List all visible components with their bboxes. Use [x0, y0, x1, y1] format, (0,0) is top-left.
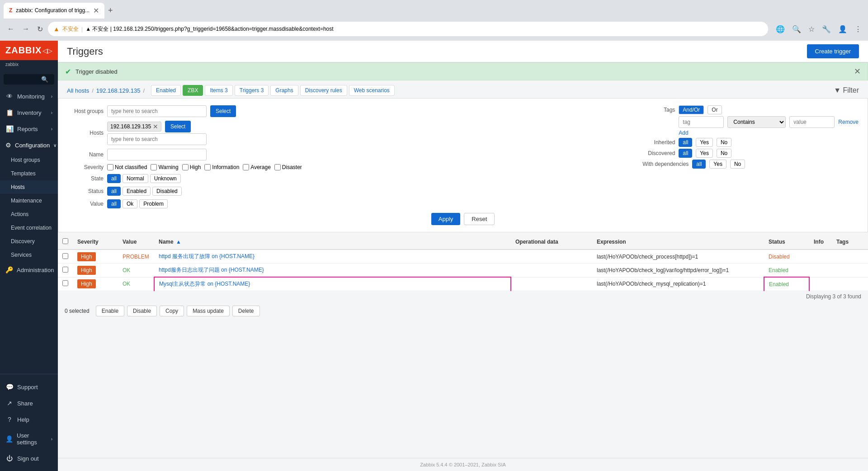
name-input[interactable] [107, 149, 207, 160]
tab-discovery-rules[interactable]: Discovery rules [300, 85, 347, 96]
with-dep-yes-btn[interactable]: Yes [709, 160, 726, 169]
row2-checkbox[interactable] [62, 267, 68, 273]
col-header-name[interactable]: Name ▲ [154, 235, 511, 250]
status-enabled-btn[interactable]: Enabled [123, 187, 151, 196]
sidebar-subitem-host-groups[interactable]: Host groups [0, 153, 58, 167]
status-disabled-btn[interactable]: Disabled [152, 187, 182, 196]
search-input-wrapper[interactable]: 🔍 [4, 74, 54, 85]
url-input[interactable] [85, 26, 763, 32]
tab-web-scenarios[interactable]: Web scenarios [349, 85, 395, 96]
menu-btn[interactable]: ⋮ [853, 23, 863, 35]
severity-not-classified[interactable]: Not classified [107, 164, 147, 170]
sidebar-subitem-event-correlation[interactable]: Event correlation [0, 221, 58, 235]
discovered-all-btn[interactable]: all [679, 149, 692, 158]
tab-items[interactable]: Items 3 [205, 85, 232, 96]
sidebar-subitem-hosts[interactable]: Hosts [0, 180, 58, 194]
breadcrumb-host-ip[interactable]: 192.168.129.135 [96, 87, 141, 94]
search-btn[interactable]: 🔍 [790, 23, 803, 35]
col-header-info[interactable]: Info [809, 235, 832, 250]
hosts-select-button[interactable]: Select [165, 121, 191, 132]
copy-bulk-button[interactable]: Copy [160, 306, 184, 316]
tab-close-btn[interactable]: ✕ [93, 6, 99, 15]
row2-name-link[interactable]: httpd服务日志出现了问题 on {HOST.NAME} [159, 267, 264, 273]
sidebar-item-configuration[interactable]: ⚙ Configuration ∨ [0, 137, 58, 153]
sidebar-item-inventory[interactable]: 📋 Inventory › [0, 104, 58, 121]
row3-checkbox[interactable] [62, 280, 68, 286]
status-all-btn[interactable]: all [107, 187, 121, 196]
tag-field[interactable] [679, 116, 724, 128]
search-input[interactable] [7, 76, 41, 83]
sidebar-item-user-settings[interactable]: 👤 User settings › [0, 428, 58, 450]
col-header-operational-data[interactable]: Operational data [511, 235, 592, 250]
tag-condition-select[interactable]: Contains Equals Does not contain [727, 116, 786, 128]
row3-status[interactable]: Enabled [769, 281, 789, 287]
severity-high[interactable]: High [182, 164, 201, 170]
col-header-severity[interactable]: Severity [73, 235, 118, 250]
value-problem-btn[interactable]: Problem [139, 199, 168, 208]
reload-button[interactable]: ↻ [34, 23, 46, 35]
severity-information[interactable]: Information [204, 164, 239, 170]
sidebar-item-sign-out[interactable]: ⏻ Sign out [0, 450, 58, 466]
inherited-no-btn[interactable]: No [717, 138, 731, 147]
row1-name-link[interactable]: httpd 服务出现了故障 on {HOST.NAME} [159, 253, 255, 259]
sidebar-item-monitoring[interactable]: 👁 Monitoring › [0, 88, 58, 104]
create-trigger-button[interactable]: Create trigger [807, 44, 859, 58]
row2-status[interactable]: Enabled [769, 267, 788, 273]
back-button[interactable]: ← [5, 23, 17, 35]
tag-or-btn[interactable]: Or [708, 105, 722, 114]
severity-warning[interactable]: Warning [151, 164, 178, 170]
col-header-status[interactable]: Status [764, 235, 809, 250]
discovered-yes-btn[interactable]: Yes [696, 149, 713, 158]
apply-button[interactable]: Apply [431, 213, 461, 225]
state-normal-btn[interactable]: Normal [123, 174, 148, 183]
severity-disaster[interactable]: Disaster [274, 164, 302, 170]
host-groups-input[interactable] [107, 105, 207, 117]
disable-bulk-button[interactable]: Disable [127, 306, 157, 316]
forward-button[interactable]: → [19, 23, 32, 35]
tab-triggers[interactable]: Triggers 3 [235, 85, 269, 96]
mass-update-bulk-button[interactable]: Mass update [187, 306, 230, 316]
filter-button[interactable]: ▼ Filter [834, 86, 859, 94]
select-all-checkbox[interactable] [62, 238, 68, 244]
inherited-all-btn[interactable]: all [679, 138, 692, 147]
sidebar-subitem-discovery[interactable]: Discovery [0, 235, 58, 248]
with-dep-all-btn[interactable]: all [692, 160, 706, 169]
sidebar-item-reports[interactable]: 📊 Reports › [0, 121, 58, 137]
translate-btn[interactable]: 🌐 [774, 23, 787, 35]
value-all-btn[interactable]: all [107, 199, 121, 208]
row3-name-link[interactable]: Mysql主从状态异常 on {HOST.NAME} [159, 281, 250, 287]
reset-button[interactable]: Reset [464, 213, 495, 225]
extensions-btn[interactable]: 🔧 [820, 23, 833, 35]
sidebar-item-administration[interactable]: 🔑 Administration › [0, 262, 58, 278]
sidebar-subitem-templates[interactable]: Templates [0, 167, 58, 180]
sidebar-item-support[interactable]: 💬 Support [0, 379, 58, 395]
sidebar-toggle[interactable]: ◁▷ [42, 47, 52, 54]
delete-bulk-button[interactable]: Delete [232, 306, 260, 316]
tab-enabled[interactable]: Enabled [151, 85, 181, 96]
profile-btn[interactable]: 👤 [836, 23, 849, 35]
inherited-yes-btn[interactable]: Yes [696, 138, 713, 147]
tag-add-link[interactable]: Add [679, 130, 688, 136]
col-header-value[interactable]: Value [118, 235, 154, 250]
with-dep-no-btn[interactable]: No [730, 160, 745, 169]
active-tab[interactable]: Z zabbix: Configuration of trigg... ✕ [4, 3, 104, 19]
sidebar-item-share[interactable]: ↗ Share [0, 395, 58, 411]
sidebar-subitem-services[interactable]: Services [0, 248, 58, 262]
row1-status[interactable]: Disabled [769, 254, 790, 260]
host-tag-remove[interactable]: ✕ [153, 123, 158, 130]
state-all-btn[interactable]: all [107, 174, 121, 183]
sidebar-subitem-maintenance[interactable]: Maintenance [0, 194, 58, 207]
tab-zbx[interactable]: ZBX [183, 85, 203, 96]
bookmark-btn[interactable]: ☆ [807, 23, 816, 35]
tag-and-or-btn[interactable]: And/Or [679, 105, 704, 114]
sidebar-logo[interactable]: ZABBIX ◁▷ [0, 41, 58, 60]
state-unknown-btn[interactable]: Unknown [150, 174, 181, 183]
breadcrumb-all-hosts[interactable]: All hosts [67, 87, 89, 94]
sidebar-subitem-actions[interactable]: Actions [0, 207, 58, 221]
tag-remove-button[interactable]: Remove [838, 119, 859, 125]
enable-bulk-button[interactable]: Enable [96, 306, 124, 316]
row1-checkbox[interactable] [62, 253, 68, 259]
discovered-no-btn[interactable]: No [717, 149, 731, 158]
value-ok-btn[interactable]: Ok [123, 199, 137, 208]
tab-graphs[interactable]: Graphs [270, 85, 298, 96]
